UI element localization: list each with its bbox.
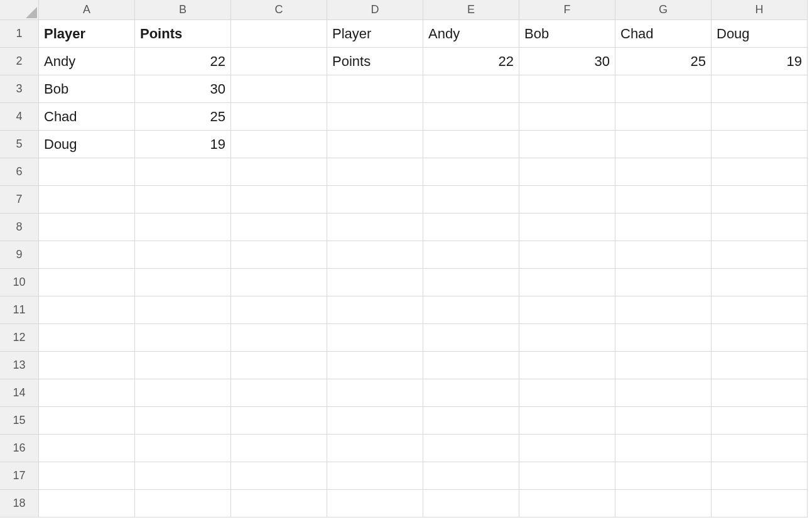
cell-B16[interactable]: [135, 435, 231, 462]
cell-E18[interactable]: [423, 490, 519, 517]
cell-H3[interactable]: [712, 75, 808, 103]
cell-E2[interactable]: 22: [423, 48, 519, 75]
cell-A15[interactable]: [39, 407, 135, 435]
cell-H14[interactable]: [712, 379, 808, 407]
cell-G12[interactable]: [615, 324, 712, 352]
cell-B8[interactable]: [135, 214, 231, 241]
cell-H13[interactable]: [712, 352, 808, 379]
cell-B12[interactable]: [135, 324, 231, 352]
column-header-H[interactable]: H: [712, 0, 808, 20]
row-header-13[interactable]: 13: [0, 352, 39, 379]
cell-D9[interactable]: [327, 241, 423, 269]
cell-E4[interactable]: [423, 103, 519, 131]
cell-F14[interactable]: [519, 379, 615, 407]
cell-F11[interactable]: [519, 296, 615, 324]
cell-C12[interactable]: [231, 324, 327, 352]
cell-G1[interactable]: Chad: [615, 20, 712, 48]
cell-G13[interactable]: [615, 352, 712, 379]
column-header-E[interactable]: E: [423, 0, 519, 20]
cell-C11[interactable]: [231, 296, 327, 324]
cell-E5[interactable]: [423, 131, 519, 158]
row-header-2[interactable]: 2: [0, 48, 39, 75]
cell-C14[interactable]: [231, 379, 327, 407]
cell-C2[interactable]: [231, 48, 327, 75]
spreadsheet-grid[interactable]: ABCDEFGH1PlayerPointsPlayerAndyBobChadDo…: [0, 0, 812, 517]
cell-C1[interactable]: [231, 20, 327, 48]
row-header-1[interactable]: 1: [0, 20, 39, 48]
cell-B17[interactable]: [135, 462, 231, 490]
cell-F12[interactable]: [519, 324, 615, 352]
cell-D6[interactable]: [327, 158, 423, 186]
cell-A4[interactable]: Chad: [39, 103, 135, 131]
cell-D12[interactable]: [327, 324, 423, 352]
cell-D3[interactable]: [327, 75, 423, 103]
cell-B2[interactable]: 22: [135, 48, 231, 75]
cell-B6[interactable]: [135, 158, 231, 186]
row-header-9[interactable]: 9: [0, 241, 39, 269]
cell-A13[interactable]: [39, 352, 135, 379]
cell-G4[interactable]: [615, 103, 712, 131]
cell-H15[interactable]: [712, 407, 808, 435]
cell-A7[interactable]: [39, 186, 135, 214]
cell-B13[interactable]: [135, 352, 231, 379]
row-header-12[interactable]: 12: [0, 324, 39, 352]
cell-E10[interactable]: [423, 269, 519, 296]
cell-A10[interactable]: [39, 269, 135, 296]
cell-G15[interactable]: [615, 407, 712, 435]
cell-D7[interactable]: [327, 186, 423, 214]
cell-H10[interactable]: [712, 269, 808, 296]
cell-G2[interactable]: 25: [615, 48, 712, 75]
cell-G14[interactable]: [615, 379, 712, 407]
cell-G11[interactable]: [615, 296, 712, 324]
select-all-corner[interactable]: [0, 0, 39, 20]
cell-G8[interactable]: [615, 214, 712, 241]
cell-C18[interactable]: [231, 490, 327, 517]
column-header-G[interactable]: G: [615, 0, 712, 20]
cell-D14[interactable]: [327, 379, 423, 407]
cell-G7[interactable]: [615, 186, 712, 214]
cell-H4[interactable]: [712, 103, 808, 131]
cell-E16[interactable]: [423, 435, 519, 462]
cell-G17[interactable]: [615, 462, 712, 490]
cell-B15[interactable]: [135, 407, 231, 435]
cell-B7[interactable]: [135, 186, 231, 214]
cell-A11[interactable]: [39, 296, 135, 324]
row-header-8[interactable]: 8: [0, 214, 39, 241]
cell-A6[interactable]: [39, 158, 135, 186]
cell-D8[interactable]: [327, 214, 423, 241]
cell-F7[interactable]: [519, 186, 615, 214]
cell-C17[interactable]: [231, 462, 327, 490]
cell-G9[interactable]: [615, 241, 712, 269]
cell-B10[interactable]: [135, 269, 231, 296]
cell-B18[interactable]: [135, 490, 231, 517]
cell-F2[interactable]: 30: [519, 48, 615, 75]
cell-A1[interactable]: Player: [39, 20, 135, 48]
cell-D11[interactable]: [327, 296, 423, 324]
cell-H12[interactable]: [712, 324, 808, 352]
column-header-C[interactable]: C: [231, 0, 327, 20]
cell-D4[interactable]: [327, 103, 423, 131]
cell-G10[interactable]: [615, 269, 712, 296]
cell-D10[interactable]: [327, 269, 423, 296]
cell-B3[interactable]: 30: [135, 75, 231, 103]
cell-C9[interactable]: [231, 241, 327, 269]
row-header-15[interactable]: 15: [0, 407, 39, 435]
cell-A14[interactable]: [39, 379, 135, 407]
cell-F16[interactable]: [519, 435, 615, 462]
cell-H2[interactable]: 19: [712, 48, 808, 75]
cell-F3[interactable]: [519, 75, 615, 103]
cell-F1[interactable]: Bob: [519, 20, 615, 48]
cell-D17[interactable]: [327, 462, 423, 490]
cell-C15[interactable]: [231, 407, 327, 435]
cell-E11[interactable]: [423, 296, 519, 324]
cell-E7[interactable]: [423, 186, 519, 214]
cell-H5[interactable]: [712, 131, 808, 158]
cell-G5[interactable]: [615, 131, 712, 158]
cell-D16[interactable]: [327, 435, 423, 462]
cell-H9[interactable]: [712, 241, 808, 269]
cell-F5[interactable]: [519, 131, 615, 158]
cell-D13[interactable]: [327, 352, 423, 379]
row-header-7[interactable]: 7: [0, 186, 39, 214]
column-header-B[interactable]: B: [135, 0, 231, 20]
row-header-14[interactable]: 14: [0, 379, 39, 407]
